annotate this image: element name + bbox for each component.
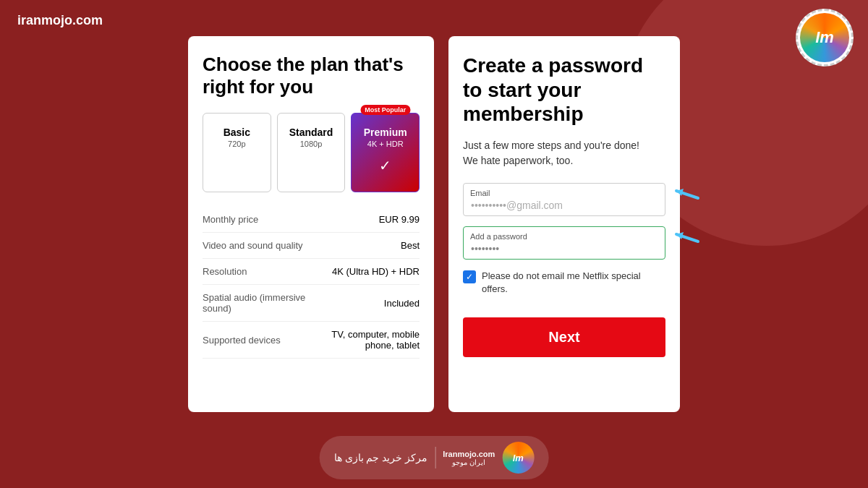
footer-logo: Im	[502, 442, 534, 474]
plan-options: Basic 720p Standard 1080p Most Popular P…	[203, 113, 420, 192]
table-row: Spatial audio (immersive sound) Included	[203, 285, 420, 322]
password-input[interactable]	[463, 226, 665, 260]
password-card-title: Create a password to start your membersh…	[463, 53, 665, 127]
no-email-checkbox-label: Please do not email me Netflix special o…	[482, 270, 665, 296]
row-label: Spatial audio (immersive sound)	[203, 285, 322, 322]
plan-basic-name: Basic	[209, 127, 265, 138]
password-label: Add a password	[470, 232, 527, 241]
bottom-footer: مرکز خرید جم بازی ها Iranmojo.com ایران …	[320, 436, 549, 479]
password-card-subtitle: Just a few more steps and you're done!We…	[463, 138, 665, 168]
table-row: Video and sound quality Best	[203, 233, 420, 259]
footer-brand-name-line2: ایران موجو	[452, 458, 485, 466]
plan-standard[interactable]: Standard 1080p	[277, 113, 346, 192]
plan-premium-name: Premium	[357, 127, 413, 138]
password-field-wrapper: Add a password	[463, 226, 665, 260]
email-field-wrapper: Email	[463, 183, 665, 216]
footer-brand: Iranmojo.com ایران موجو	[443, 450, 495, 466]
plan-premium-res: 4K + HDR	[357, 140, 413, 148]
row-label: Supported devices	[203, 322, 322, 359]
password-input-group: Add a password	[463, 226, 665, 260]
footer-divider	[435, 447, 435, 468]
row-label: Video and sound quality	[203, 233, 322, 259]
next-button[interactable]: Next	[463, 317, 665, 357]
plan-standard-res: 1080p	[284, 140, 339, 148]
table-row: Monthly price EUR 9.99	[203, 207, 420, 233]
plan-details-table: Monthly price EUR 9.99 Video and sound q…	[203, 207, 420, 359]
table-row: Resolution 4K (Ultra HD) + HDR	[203, 259, 420, 285]
plan-selected-checkmark: ✓	[357, 157, 413, 174]
checkmark-icon: ✓	[466, 273, 473, 281]
plan-basic[interactable]: Basic 720p	[203, 113, 271, 192]
most-popular-badge: Most Popular	[360, 105, 410, 115]
table-row: Supported devices TV, computer, mobile p…	[203, 322, 420, 359]
row-label: Monthly price	[203, 207, 322, 233]
email-input[interactable]	[463, 183, 665, 216]
email-label: Email	[470, 189, 490, 197]
brand-logo-top-right: Im	[796, 9, 854, 67]
footer-brand-name-line1: Iranmojo.com	[443, 450, 495, 458]
email-input-group: Email	[463, 183, 665, 216]
site-domain: iranmojo.com	[17, 13, 103, 28]
no-email-checkbox-row[interactable]: ✓ Please do not email me Netflix special…	[463, 270, 665, 296]
password-card: Create a password to start your membersh…	[448, 36, 680, 412]
row-label: Resolution	[203, 259, 322, 285]
no-email-checkbox[interactable]: ✓	[463, 270, 476, 283]
plan-basic-res: 720p	[209, 140, 265, 148]
plan-premium[interactable]: Most Popular Premium 4K + HDR ✓	[351, 113, 420, 192]
plan-card-title: Choose the plan that's right for you	[203, 53, 420, 98]
footer-main-text: مرکز خرید جم بازی ها	[334, 452, 428, 463]
row-value: EUR 9.99	[322, 207, 420, 233]
row-value: 4K (Ultra HD) + HDR	[322, 259, 420, 285]
password-arrow-indicator	[673, 231, 702, 255]
plan-chooser-card: Choose the plan that's right for you Bas…	[188, 36, 434, 412]
row-value: Included	[322, 285, 420, 322]
email-arrow-indicator	[673, 187, 702, 212]
logo-initials: Im	[800, 13, 849, 62]
plan-standard-name: Standard	[284, 127, 339, 138]
row-value: TV, computer, mobile phone, tablet	[322, 322, 420, 359]
main-content: Choose the plan that's right for you Bas…	[188, 36, 680, 412]
row-value: Best	[322, 233, 420, 259]
